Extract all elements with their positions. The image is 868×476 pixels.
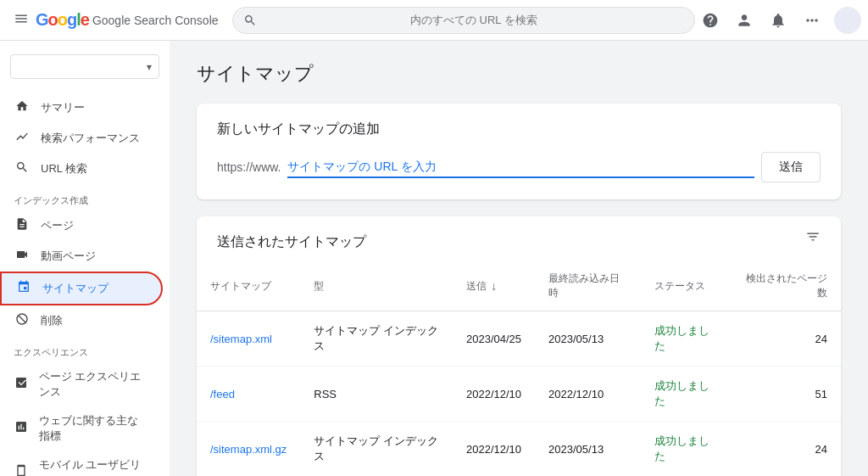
sidebar-item-url-inspection[interactable]: URL 検索 xyxy=(0,154,163,184)
sitemap-url-input[interactable] xyxy=(287,160,754,173)
main-content: サイトマップ 新しいサイトマップの追加 https://www. 送信 送信され… xyxy=(170,41,868,476)
apps-icon-btn[interactable] xyxy=(797,5,827,36)
cell-last-read-2: 2023/05/13 xyxy=(535,422,641,477)
sidebar-item-search-performance[interactable]: 検索パフォーマンス xyxy=(0,123,163,154)
table-header-area: 送信されたサイトマップ xyxy=(197,216,841,261)
cell-type-2: サイトマップ インデックス xyxy=(300,422,453,477)
url-prefix: https://www. xyxy=(217,160,281,174)
page-experience-icon xyxy=(14,376,29,393)
sidebar-label-pages: ページ xyxy=(41,218,74,233)
sidebar-item-sitemaps[interactable]: サイトマップ xyxy=(0,272,163,305)
sidebar-label-url-inspection: URL 検索 xyxy=(41,161,87,176)
sidebar-label-removals: 削除 xyxy=(41,313,63,328)
cell-status-0: 成功しました xyxy=(641,311,729,367)
user-avatar[interactable] xyxy=(834,7,861,34)
cell-submitted-2: 2022/12/10 xyxy=(453,422,535,477)
sidebar-section-index: インデックス作成 xyxy=(0,184,170,210)
sidebar-label-web-vitals: ウェブに関する主な指標 xyxy=(39,413,149,444)
filter-icon[interactable] xyxy=(805,229,821,249)
sidebar-label-page-experience: ページ エクスペリエンス xyxy=(39,369,149,400)
sidebar-label-summary: サマリー xyxy=(41,100,85,115)
add-sitemap-section: 新しいサイトマップの追加 https://www. 送信 xyxy=(197,104,841,199)
app-layout: ▾ サマリー 検索パフォーマンス URL 検索 インデックス作成 ページ xyxy=(0,41,868,476)
sidebar: ▾ サマリー 検索パフォーマンス URL 検索 インデックス作成 ページ xyxy=(0,41,170,476)
property-chevron-icon: ▾ xyxy=(147,61,152,73)
sidebar-label-search-performance: 検索パフォーマンス xyxy=(41,131,140,146)
cell-status-1: 成功しました xyxy=(641,367,729,422)
add-sitemap-title: 新しいサイトマップの追加 xyxy=(217,120,821,138)
table-row: /feed RSS 2022/12/10 2022/12/10 成功しました 5… xyxy=(197,367,841,422)
account-icon-btn[interactable] xyxy=(729,5,760,36)
sidebar-item-video-pages[interactable]: 動画ページ xyxy=(0,241,163,272)
cell-sitemap-1: /feed xyxy=(197,367,300,422)
help-icon-btn[interactable] xyxy=(695,5,726,36)
removals-icon xyxy=(14,312,31,329)
cell-sitemap-0: /sitemap.xml xyxy=(197,311,300,367)
col-header-type: 型 xyxy=(300,261,453,311)
mobile-icon xyxy=(14,464,29,476)
sort-icon: ↓ xyxy=(491,279,497,293)
sidebar-item-removals[interactable]: 削除 xyxy=(0,305,163,336)
notification-icon-btn[interactable] xyxy=(763,5,793,36)
cell-submitted-0: 2023/04/25 xyxy=(453,311,535,367)
sidebar-item-web-vitals[interactable]: ウェブに関する主な指標 xyxy=(0,406,163,451)
sidebar-item-page-experience[interactable]: ページ エクスペリエンス xyxy=(0,362,163,406)
submit-button[interactable]: 送信 xyxy=(761,152,821,182)
cell-last-read-1: 2022/12/10 xyxy=(535,367,641,422)
search-input[interactable] xyxy=(264,14,684,26)
sidebar-label-mobile-usability: モバイル ユーザビリティ xyxy=(39,457,149,476)
video-icon xyxy=(14,248,31,265)
cell-type-1: RSS xyxy=(300,367,453,422)
sidebar-label-video-pages: 動画ページ xyxy=(41,249,96,264)
cell-pages-1: 51 xyxy=(729,367,841,422)
col-header-submitted[interactable]: 送信 ↓ xyxy=(453,261,535,311)
pages-icon xyxy=(14,217,31,234)
col-header-pages: 検出されたページ数 xyxy=(729,261,841,311)
app-header: Google Google Search Console xyxy=(0,0,868,41)
sidebar-section-experience: エクスペリエンス xyxy=(0,336,170,362)
table-row: /sitemap.xml サイトマップ インデックス 2023/04/25 20… xyxy=(197,311,841,367)
header-actions xyxy=(695,5,861,36)
web-vitals-icon xyxy=(14,420,29,437)
cell-status-2: 成功しました xyxy=(641,422,729,477)
sidebar-item-summary[interactable]: サマリー xyxy=(0,92,163,123)
page-title: サイトマップ xyxy=(197,61,841,87)
sidebar-item-mobile-usability[interactable]: モバイル ユーザビリティ xyxy=(0,451,163,476)
add-sitemap-row: https://www. 送信 xyxy=(217,152,821,182)
cell-type-0: サイトマップ インデックス xyxy=(300,311,453,367)
cell-pages-0: 24 xyxy=(729,311,841,367)
sitemap-url-input-wrapper[interactable] xyxy=(287,156,754,178)
cell-submitted-1: 2022/12/10 xyxy=(453,367,535,422)
home-icon xyxy=(14,99,31,116)
add-sitemap-card: 新しいサイトマップの追加 https://www. 送信 xyxy=(197,104,841,199)
submitted-sitemaps-card: 送信されたサイトマップ サイトマップ 型 送信 ↓ xyxy=(197,216,841,476)
sidebar-label-sitemaps: サイトマップ xyxy=(42,281,108,296)
cell-pages-2: 24 xyxy=(729,422,841,477)
sidebar-item-pages[interactable]: ページ xyxy=(0,210,163,241)
property-selector[interactable]: ▾ xyxy=(10,54,159,79)
sitemaps-icon xyxy=(15,280,32,297)
search-icon xyxy=(243,14,257,27)
col-header-status: ステータス xyxy=(641,261,729,311)
sitemaps-table: サイトマップ 型 送信 ↓ 最終読み込み日時 ステータス 検出されたページ数 /… xyxy=(197,261,841,476)
col-header-last-read: 最終読み込み日時 xyxy=(535,261,641,311)
table-section-title: 送信されたサイトマップ xyxy=(197,216,387,261)
app-logo: Google Google Search Console xyxy=(36,10,219,30)
search-bar[interactable] xyxy=(232,7,695,34)
performance-icon xyxy=(14,130,31,147)
table-row: /sitemap.xml.gz サイトマップ インデックス 2022/12/10… xyxy=(197,422,841,477)
logo-text: Google Search Console xyxy=(92,14,219,27)
col-header-sitemap: サイトマップ xyxy=(197,261,300,311)
url-search-icon xyxy=(14,160,31,177)
table-header-row: サイトマップ 型 送信 ↓ 最終読み込み日時 ステータス 検出されたページ数 xyxy=(197,261,841,311)
cell-last-read-0: 2023/05/13 xyxy=(535,311,641,367)
menu-icon[interactable] xyxy=(7,4,36,36)
cell-sitemap-2: /sitemap.xml.gz xyxy=(197,422,300,477)
